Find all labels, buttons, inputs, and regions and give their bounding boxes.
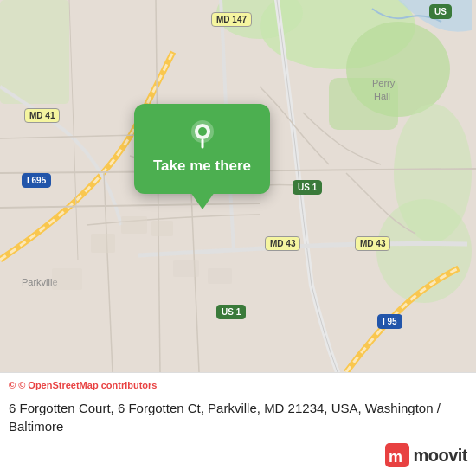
road-badge-md41: MD 41 xyxy=(24,108,60,123)
moovit-text: moovit xyxy=(413,446,467,466)
take-me-there-button[interactable]: Take me there xyxy=(134,104,270,194)
svg-text:Perry: Perry xyxy=(372,78,396,88)
map-container: Perry Hall Parkville I 695 MD 41 MD 147 … xyxy=(0,0,476,372)
osm-credit-text: © OpenStreetMap contributors xyxy=(18,380,157,390)
svg-text:m: m xyxy=(389,448,402,466)
svg-rect-23 xyxy=(208,268,232,284)
tooltip-label: Take me there xyxy=(153,158,251,175)
svg-rect-22 xyxy=(173,260,199,277)
road-badge-i695: I 695 xyxy=(22,173,51,188)
road-badge-i95: I 95 xyxy=(377,314,402,329)
svg-rect-21 xyxy=(52,268,82,290)
osm-icon: © xyxy=(9,380,16,390)
svg-rect-18 xyxy=(121,216,147,234)
road-badge-md43-right: MD 43 xyxy=(355,236,390,251)
moovit-brand: m moovit xyxy=(9,443,467,467)
moovit-icon: m xyxy=(385,443,409,467)
osm-credit: © © OpenStreetMap contributors xyxy=(9,380,467,390)
info-bar: © © OpenStreetMap contributors 6 Forgott… xyxy=(0,372,476,476)
road-badge-md147: MD 147 xyxy=(211,12,252,27)
road-badge-us1-bottom: US 1 xyxy=(216,305,246,319)
road-badge-us1-top: US 1 xyxy=(293,180,322,195)
moovit-logo: m moovit xyxy=(385,443,467,467)
svg-text:Hall: Hall xyxy=(374,91,390,101)
svg-rect-20 xyxy=(91,234,115,253)
map-pin-icon xyxy=(187,119,218,151)
road-badge-md43-mid: MD 43 xyxy=(265,236,300,251)
svg-point-26 xyxy=(198,127,207,136)
address-line: 6 Forgotten Court, 6 Forgotten Ct, Parkv… xyxy=(9,399,467,435)
svg-rect-7 xyxy=(0,0,69,104)
svg-rect-19 xyxy=(151,221,173,236)
road-badge-us-corner: US xyxy=(429,4,452,19)
